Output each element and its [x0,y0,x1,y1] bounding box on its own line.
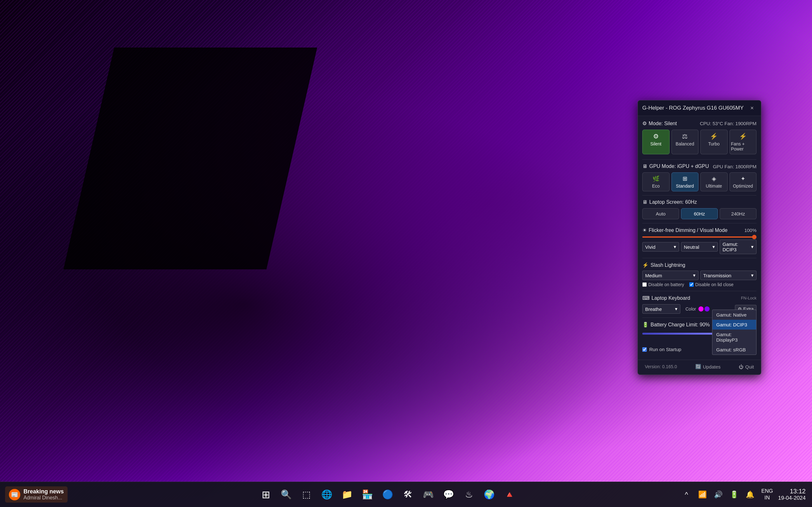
gpu-mode-header: 🖥 GPU Mode: iGPU + dGPU GPU Fan: 1800RPM [642,164,757,169]
taskbar-steam-button[interactable]: ♨ [460,486,478,504]
tray-volume-icon[interactable]: 🔊 [712,488,724,501]
taskbar-browser2-button[interactable]: 🔵 [379,486,397,504]
news-title: Breaking news [23,488,64,495]
flicker-slider-thumb [752,235,757,239]
chevron-down-icon-6: ▾ [675,306,677,312]
cpu-mode-silent[interactable]: ⚙ Silent [642,130,670,154]
slash-mode-dropdown[interactable]: Transmission ▾ [700,271,757,280]
news-notification[interactable]: 📰 Breaking news Admiral Dinesh... [5,487,67,503]
disable-lid-checkbox[interactable] [689,282,694,287]
color-label: Color [686,306,696,312]
disable-battery-checkbox[interactable] [642,282,647,287]
keyboard-label: ⌨ Laptop Keyboard [642,295,690,301]
updates-button[interactable]: 🔄 Updates [693,362,723,371]
tray-hidden-icon[interactable]: ^ [680,488,693,501]
flicker-slider-track[interactable] [642,236,757,238]
close-button[interactable]: × [748,104,757,112]
taskbar-search-button[interactable]: 🔍 [277,486,295,504]
startup-checkbox[interactable] [642,347,647,352]
turbo-icon: ⚡ [710,132,718,140]
screen-60hz[interactable]: 60Hz [681,208,718,219]
gamut-displayp3[interactable]: Gamut: DisplayP3 [712,330,756,345]
quit-icon: ⏻ [739,364,744,370]
gpu-icon: 🖥 [642,164,647,169]
tray-network-icon[interactable]: 📶 [696,488,709,501]
gpu-mode-standard[interactable]: ⊞ Standard [671,172,699,191]
screen-auto[interactable]: Auto [642,208,679,219]
gpu-mode-ultimate[interactable]: ◈ Ultimate [700,172,728,191]
optimized-icon: ✦ [741,175,745,182]
taskbar-xbox-button[interactable]: 🎮 [419,486,437,504]
color-temp-dropdown[interactable]: Neutral ▾ [681,242,718,251]
flicker-header: ☀ Flicker-free Dimming / Visual Mode 100… [642,227,757,233]
divider-4 [642,258,757,258]
tray-battery-icon[interactable]: 🔋 [728,488,740,501]
taskbar-chrome-button[interactable]: 🌍 [480,486,498,504]
battery-icon: 🔋 [642,322,649,328]
taskbar: 📰 Breaking news Admiral Dinesh... ⊞ 🔍 ⬚ … [0,482,812,507]
gpu-fan-info: GPU Fan: 1800RPM [713,164,757,169]
disable-battery-item: Disable on battery [642,282,684,287]
panel-footer: Version: 0.165.0 🔄 Updates ⏻ Quit [638,360,761,375]
keyboard-color-swatch[interactable] [699,306,710,312]
time-display[interactable]: 13:12 19-04-2024 [778,488,806,501]
silent-icon: ⚙ [653,132,659,140]
keyboard-animation-dropdown[interactable]: Breathe ▾ [642,304,680,314]
slash-intensity-dropdown[interactable]: Medium ▾ [642,271,699,280]
cpu-mode-turbo[interactable]: ⚡ Turbo [700,130,728,154]
gamut-srgb[interactable]: Gamut: sRGB [712,345,756,354]
taskbar-teams-button[interactable]: 💬 [440,486,457,504]
cpu-mode-fans-power[interactable]: ⚡ Fans + Power [729,130,757,154]
battery-label: 🔋 Battery Charge Limit: 90% [642,322,710,328]
screen-icon: 🖥 [642,199,647,205]
taskbar-left: 📰 Breaking news Admiral Dinesh... [0,487,95,503]
chevron-down-icon-2: ▾ [712,244,715,250]
screen-header: 🖥 Laptop Screen: 60Hz [642,199,757,205]
fn-lock-badge: FN-Lock [741,296,757,300]
disable-lid-item: Disable on lid close [689,282,734,287]
balanced-icon: ⚖ [682,132,688,140]
news-text: Breaking news Admiral Dinesh... [23,488,64,501]
gamut-native[interactable]: Gamut: Native [712,310,756,320]
tray-notification-icon[interactable]: 🔔 [744,488,756,501]
version-link[interactable]: Version: 0.165.0 [642,363,679,371]
cpu-mode-balanced[interactable]: ⚖ Balanced [671,130,699,154]
gpu-mode-optimized[interactable]: ✦ Optimized [729,172,757,191]
ultimate-icon: ◈ [712,175,716,182]
slash-section: ⚡ Slash Lightning Medium ▾ Transmission … [642,262,757,287]
taskbar-rog-button[interactable]: 🔺 [501,486,518,504]
gpu-mode-eco[interactable]: 🌿 Eco [642,172,670,191]
taskbar-edge-button[interactable]: 🌐 [318,486,336,504]
taskbar-windows-button[interactable]: ⊞ [257,486,275,504]
flicker-value: 100% [745,228,757,233]
divider-2 [642,195,757,195]
sun-icon: ☀ [642,227,647,233]
flicker-slider-fill [642,236,757,238]
visual-dropdown-row: Vivid ▾ Neutral ▾ Gamut: DCIP3 ▾ [642,239,757,254]
cpu-mode-buttons: ⚙ Silent ⚖ Balanced ⚡ Turbo ⚡ Fans + Pow… [642,130,757,154]
flicker-label: ☀ Flicker-free Dimming / Visual Mode [642,227,728,233]
screen-240hz[interactable]: 240Hz [720,208,757,219]
cpu-info: CPU: 53°C Fan: 1900RPM [700,121,757,126]
language-indicator[interactable]: ENG IN [761,488,773,501]
panel-title: G-Helper - ROG Zephyrus G16 GU605MY [642,105,744,111]
visual-mode-dropdown[interactable]: Vivid ▾ [642,242,679,251]
screen-label: 🖥 Laptop Screen: 60Hz [642,199,697,205]
taskbar-store-button[interactable]: 🏪 [358,486,376,504]
news-subtitle: Admiral Dinesh... [23,495,64,501]
ghelper-panel: G-Helper - ROG Zephyrus G16 GU605MY × ⚙ … [638,100,761,375]
chevron-down-icon-4: ▾ [693,273,696,278]
flicker-slider-row [642,236,757,238]
taskbar-right: ^ 📶 🔊 🔋 🔔 ENG IN 13:12 19-04-2024 [680,488,812,501]
taskbar-app1-button[interactable]: 🛠 [399,486,417,504]
taskbar-taskview-button[interactable]: ⬚ [298,486,315,504]
system-tray: ^ 📶 🔊 🔋 🔔 [680,488,756,501]
clock-date: 19-04-2024 [778,495,806,501]
panel-body: ⚙ Mode: Silent CPU: 53°C Fan: 1900RPM ⚙ … [638,116,761,360]
quit-button[interactable]: ⏻ Quit [736,363,757,371]
gamut-dropdown[interactable]: Gamut: DCIP3 ▾ [720,239,757,254]
taskbar-explorer-button[interactable]: 📁 [338,486,356,504]
slash-icon: ⚡ [642,262,649,268]
gamut-dcip3[interactable]: Gamut: DCIP3 [712,320,756,330]
fans-power-icon: ⚡ [739,132,747,140]
